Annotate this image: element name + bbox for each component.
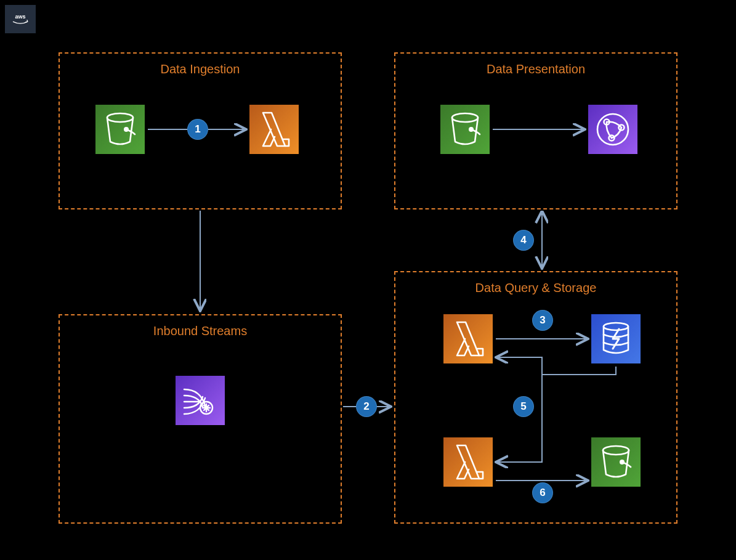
arrow-ddb-back-lambda1 xyxy=(497,357,616,375)
connectors xyxy=(0,0,736,560)
step-badge-6: 6 xyxy=(532,482,553,503)
step-badge-2: 2 xyxy=(356,396,377,417)
step-badge-5: 5 xyxy=(513,396,534,417)
step-badge-4: 4 xyxy=(513,230,534,251)
diagram-canvas: aws Data Ingestion Data Presentation Inb… xyxy=(0,0,736,560)
arrow-step5-to-lambda2 xyxy=(497,375,542,462)
step-badge-3: 3 xyxy=(532,310,553,331)
step-badge-1: 1 xyxy=(187,119,208,140)
